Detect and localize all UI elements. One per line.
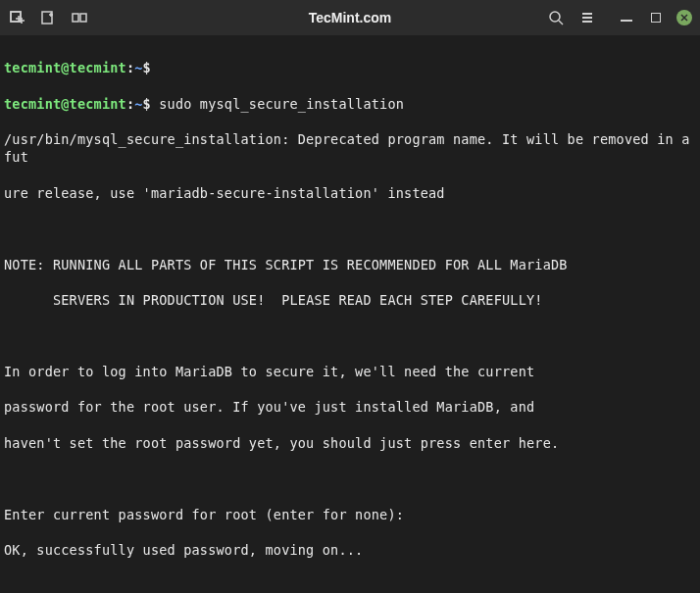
output-line: [4, 577, 696, 593]
maximize-button[interactable]: [647, 9, 665, 26]
output-line: [4, 469, 696, 487]
output-line: haven't set the root password yet, you s…: [4, 434, 696, 452]
output-line: password for the root user. If you've ju…: [4, 398, 696, 416]
svg-rect-6: [73, 14, 78, 22]
output-line: [4, 220, 696, 237]
window-controls: [618, 9, 692, 26]
titlebar: TecMint.com: [0, 0, 700, 35]
output-line: In order to log into MariaDB to secure i…: [4, 363, 696, 380]
split-icon[interactable]: [71, 9, 88, 26]
output-line: OK, successfully used password, moving o…: [4, 541, 696, 559]
output-line: ure release, use 'mariadb-secure-install…: [4, 184, 696, 202]
output-line: [4, 327, 696, 345]
prompt-separator: :: [126, 60, 134, 75]
new-tab-icon[interactable]: [8, 9, 25, 26]
minimize-button[interactable]: [618, 9, 635, 26]
output-line: Enter current password for root (enter f…: [4, 506, 696, 523]
prompt-line-empty: tecmint@tecmint:~$: [4, 59, 696, 76]
output-line: SERVERS IN PRODUCTION USE! PLEASE READ E…: [4, 291, 696, 309]
prompt-user: tecmint@tecmint: [4, 96, 126, 112]
titlebar-left-controls: [8, 9, 88, 26]
prompt-symbol: $: [143, 60, 151, 75]
output-line: /usr/bin/mysql_secure_installation: Depr…: [4, 130, 696, 166]
prompt-path: ~: [134, 60, 142, 75]
prompt-path: ~: [134, 96, 142, 112]
new-window-icon[interactable]: [39, 9, 57, 26]
menu-icon[interactable]: [578, 9, 596, 26]
close-button[interactable]: [676, 10, 692, 25]
command-text: sudo mysql_secure_installation: [159, 96, 404, 112]
prompt-line-command: tecmint@tecmint:~$ sudo mysql_secure_ins…: [4, 95, 696, 113]
prompt-user: tecmint@tecmint: [4, 60, 126, 75]
svg-line-9: [559, 21, 563, 25]
window-title: TecMint.com: [309, 10, 392, 25]
output-line: NOTE: RUNNING ALL PARTS OF THIS SCRIPT I…: [4, 256, 696, 273]
terminal-area[interactable]: tecmint@tecmint:~$ tecmint@tecmint:~$ su…: [0, 35, 700, 593]
svg-rect-7: [80, 14, 86, 22]
prompt-separator: :: [126, 96, 134, 112]
titlebar-right-controls: [547, 9, 692, 26]
search-icon[interactable]: [547, 9, 565, 26]
svg-point-8: [550, 12, 560, 22]
prompt-symbol: $: [143, 96, 151, 112]
